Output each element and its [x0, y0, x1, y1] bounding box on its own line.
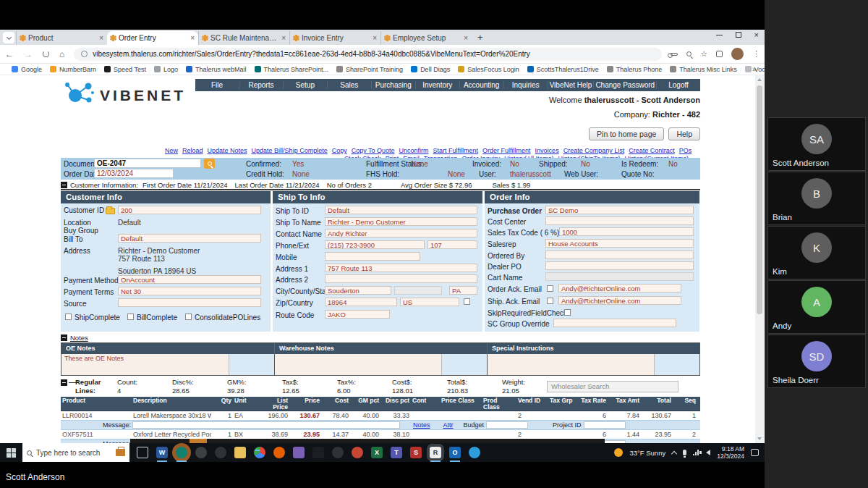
bookmark-item[interactable]: Thalerus webMail [186, 66, 247, 73]
address-bar[interactable]: vibesystem.thalerus.com/richter/Sales/Or… [74, 48, 662, 61]
dealer-po-input[interactable] [545, 261, 694, 270]
taskbar-app-icon[interactable] [273, 447, 285, 458]
taskbar-app-icon[interactable] [195, 447, 207, 458]
taskbar-app-icon[interactable]: S [410, 447, 422, 458]
speaker-icon[interactable] [706, 450, 710, 455]
ship-complete-checkbox[interactable] [65, 314, 72, 320]
bookmark-item[interactable]: Thalerus Misc Links [670, 66, 737, 73]
zip-input[interactable]: 18964 [325, 298, 397, 306]
taskbar-search[interactable]: Type here to search [22, 443, 129, 462]
participant-tile[interactable]: SA Scott Anderson [767, 117, 866, 171]
taskbar-app-icon[interactable] [293, 447, 305, 458]
tab-employee-setup[interactable]: Employee Setup × [380, 31, 472, 45]
collapse-icon[interactable] [61, 379, 67, 386]
source-input[interactable] [118, 298, 261, 307]
participant-tile[interactable]: A Andy [767, 280, 866, 334]
bookmark-item[interactable]: Logo [154, 66, 178, 73]
taskbar-app-icon[interactable] [215, 447, 226, 458]
taskbar-app-icon[interactable] [352, 447, 363, 458]
bookmark-star-icon[interactable]: ☆ [700, 49, 707, 59]
phone-input[interactable]: (215) 723-3900 [325, 240, 425, 249]
cost-center-input[interactable] [545, 216, 694, 225]
bookmark-item[interactable]: NumberBarn [50, 66, 96, 73]
budget-input[interactable] [486, 421, 528, 429]
taskbar-app-icon[interactable]: T [391, 447, 402, 458]
city-input[interactable]: Souderton [325, 286, 391, 295]
bookmark-item[interactable]: Thalerus Phone [607, 66, 663, 73]
notification-icon[interactable] [751, 449, 759, 456]
attr-link[interactable]: Attr [443, 421, 454, 429]
bill-complete-checkbox[interactable] [127, 314, 134, 320]
wholesaler-search-input[interactable]: Wholesaler Search [547, 381, 678, 392]
site-info-icon[interactable] [81, 51, 88, 57]
taskbar-app-icon[interactable] [254, 447, 265, 458]
customer-id-input[interactable]: 200 [118, 206, 261, 214]
document-search-button[interactable] [204, 159, 215, 169]
menu-item[interactable]: Accounting [459, 81, 503, 89]
taskbar-app-icon[interactable] [234, 447, 246, 458]
taskbar-app-icon[interactable] [176, 447, 187, 458]
order-ack-email-input[interactable]: Andy@RichterOnline.com [558, 284, 681, 293]
participant-tile[interactable]: K Kim [767, 226, 866, 279]
reload-icon[interactable] [43, 51, 49, 57]
skip-required-checkbox[interactable] [564, 309, 571, 316]
tax-code-input[interactable]: 1000 [559, 227, 694, 236]
forward-icon[interactable]: → [24, 49, 33, 59]
tab-close-icon[interactable]: × [190, 34, 195, 42]
url-text[interactable]: vibesystem.thalerus.com/richter/Sales/Or… [93, 50, 530, 58]
maximize-button[interactable] [736, 32, 741, 38]
bill-to-input[interactable]: Default [118, 234, 261, 243]
network-icon[interactable] [693, 450, 699, 455]
participant-tile[interactable]: B Brian [767, 172, 866, 225]
ship-ack-email-input[interactable]: Andy@RichterOnline.com [558, 296, 681, 305]
tab-close-icon[interactable]: × [373, 34, 377, 42]
taskbar-app-icon[interactable] [312, 447, 324, 458]
tab-order-entry[interactable]: Order Entry × [107, 31, 198, 45]
scrollbar-thumb[interactable] [757, 85, 762, 314]
extensions-icon[interactable] [716, 51, 723, 57]
collapse-icon[interactable] [61, 335, 67, 341]
clock[interactable]: 9:18 AM12/3/2024 [717, 445, 744, 460]
tab-search-button[interactable] [3, 32, 14, 43]
sc-group-input[interactable] [553, 319, 676, 327]
menu-item[interactable]: VibeNet Help [548, 81, 594, 89]
menu-item[interactable]: File [195, 81, 239, 89]
salesrep-input[interactable]: House Accounts [545, 239, 694, 248]
country-checkbox[interactable] [464, 298, 470, 305]
tab-invoice-entry[interactable]: Invoice Entry × [289, 31, 380, 45]
project-id-input[interactable] [584, 421, 626, 429]
start-button[interactable] [7, 448, 16, 458]
taskbar-app-icon[interactable]: O [449, 447, 461, 458]
bookmarks-overflow-icon[interactable]: » [752, 65, 762, 73]
tab-close-icon[interactable]: × [464, 34, 468, 42]
scroll-up-icon[interactable] [757, 78, 762, 81]
taskbar-app-icon[interactable]: W [156, 447, 168, 458]
notes-link[interactable]: Notes [413, 421, 430, 429]
profile-avatar[interactable] [731, 48, 744, 60]
message-input[interactable] [132, 421, 400, 429]
help-button[interactable]: Help [668, 127, 700, 140]
ship-to-id-input[interactable]: Default [325, 206, 477, 214]
scroll-down-icon[interactable] [757, 437, 762, 440]
oe-notes-textarea[interactable]: These are OE Notes [61, 354, 229, 375]
bookmark-item[interactable]: SalesFocus Login [458, 66, 519, 73]
tray-expand-icon[interactable] [671, 450, 677, 456]
weather-sun-icon[interactable] [614, 448, 623, 457]
folder-icon[interactable] [106, 208, 115, 214]
menu-item[interactable]: Inquiries [503, 81, 548, 89]
address2-input[interactable] [325, 274, 477, 283]
bookmark-item[interactable]: Speed Test [104, 66, 146, 73]
state-input[interactable]: PA [449, 286, 477, 295]
tab-close-icon[interactable]: × [99, 34, 103, 42]
special-instructions-textarea[interactable] [488, 354, 655, 375]
menu-item[interactable]: Purchasing [371, 81, 415, 89]
menu-item[interactable]: Reports [239, 81, 283, 89]
table-row[interactable]: LLR00014Lorell Makerspace 30x18 Works1EA… [61, 411, 700, 421]
minimize-button[interactable] [716, 35, 723, 35]
mobile-input[interactable] [325, 252, 420, 261]
document-input[interactable]: OE-2047 [94, 159, 201, 168]
pin-to-home-button[interactable]: Pin to home page [589, 127, 664, 140]
bookmark-item[interactable]: SharePoint Training [336, 66, 403, 73]
menu-item[interactable]: Logoff [656, 81, 700, 89]
country-input[interactable]: US [400, 298, 459, 306]
